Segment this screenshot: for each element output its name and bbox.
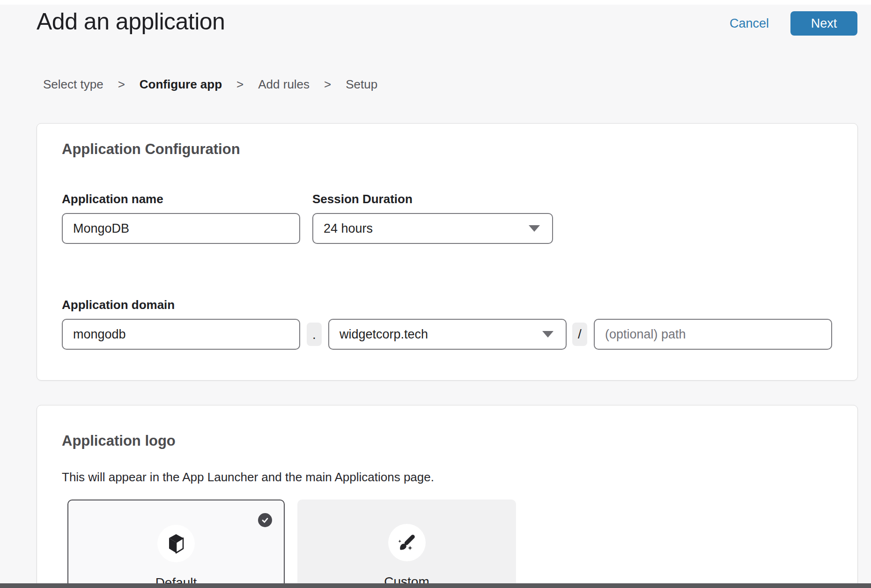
next-button[interactable]: Next <box>790 11 857 36</box>
dot-separator: . <box>307 323 322 346</box>
chevron-down-icon <box>542 331 554 338</box>
breadcrumb: Select type > Configure app > Add rules … <box>43 76 377 92</box>
chevron-separator: > <box>236 77 244 92</box>
paintbrush-icon <box>396 532 418 553</box>
session-duration-select[interactable]: 24 hours <box>312 213 553 244</box>
check-icon <box>260 515 270 525</box>
window-top-strip <box>0 0 871 5</box>
page-title: Add an application <box>37 7 225 36</box>
step-select-type[interactable]: Select type <box>43 77 103 92</box>
chevron-down-icon <box>529 225 540 232</box>
logo-option-default[interactable]: Default <box>67 500 285 588</box>
default-logo-circle <box>157 525 195 562</box>
section-heading: Application logo <box>62 433 176 449</box>
application-domain-label: Application domain <box>62 298 175 312</box>
path-input[interactable] <box>594 319 832 350</box>
chevron-separator: > <box>118 77 125 92</box>
custom-logo-circle <box>388 524 426 561</box>
slash-separator: / <box>572 323 587 346</box>
application-logo-card: Application logo This will appear in the… <box>37 405 858 588</box>
logo-description: This will appear in the App Launcher and… <box>62 470 434 485</box>
domain-select[interactable]: widgetcorp.tech <box>328 319 567 350</box>
cube-icon <box>167 533 185 554</box>
step-configure-app[interactable]: Configure app <box>140 77 222 92</box>
subdomain-input[interactable] <box>62 319 300 350</box>
application-configuration-card: Application Configuration Application na… <box>37 123 858 381</box>
section-heading: Application Configuration <box>62 141 240 158</box>
step-setup[interactable]: Setup <box>346 77 377 92</box>
header-actions: Cancel Next <box>730 11 857 36</box>
chevron-separator: > <box>324 77 331 92</box>
selected-check-badge <box>258 513 272 527</box>
application-name-input[interactable] <box>62 213 300 244</box>
domain-value: widgetcorp.tech <box>340 327 428 342</box>
bottom-scrollbar[interactable] <box>0 583 871 588</box>
application-name-label: Application name <box>62 192 163 206</box>
session-duration-label: Session Duration <box>312 192 413 206</box>
step-add-rules[interactable]: Add rules <box>258 77 310 92</box>
logo-option-custom[interactable]: Custom <box>297 500 516 588</box>
session-duration-value: 24 hours <box>324 221 373 236</box>
cancel-button[interactable]: Cancel <box>730 16 769 31</box>
